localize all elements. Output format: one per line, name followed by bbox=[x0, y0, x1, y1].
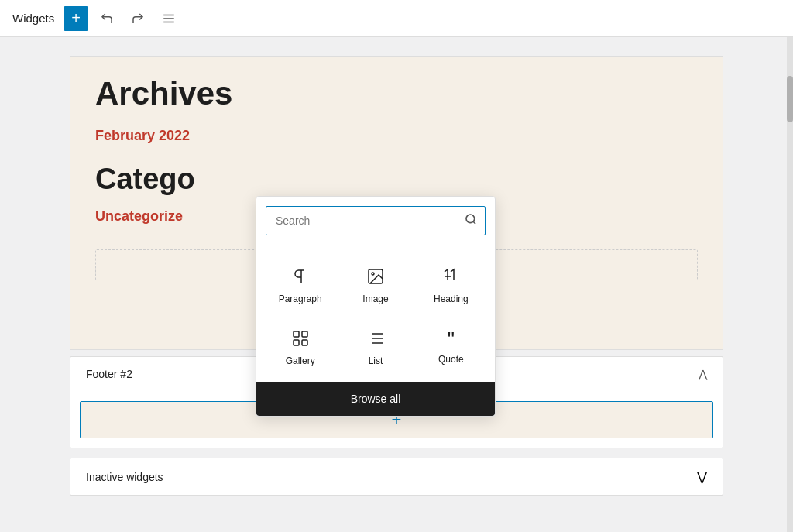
editor-area: Archives February 2022 Catego Uncategori… bbox=[0, 37, 793, 532]
block-item-heading[interactable]: Heading bbox=[417, 258, 486, 314]
main-area: Archives February 2022 Catego Uncategori… bbox=[0, 37, 793, 532]
add-block-button[interactable]: + bbox=[64, 6, 88, 31]
list-label: List bbox=[369, 355, 383, 366]
block-item-gallery[interactable]: Gallery bbox=[266, 320, 335, 376]
svg-rect-8 bbox=[302, 331, 307, 337]
footer-title: Footer #2 bbox=[86, 368, 132, 380]
scrollbar-thumb[interactable] bbox=[787, 76, 793, 122]
svg-rect-10 bbox=[302, 340, 307, 345]
undo-button[interactable] bbox=[94, 6, 119, 31]
heading-label: Heading bbox=[434, 293, 469, 304]
image-icon bbox=[366, 267, 385, 289]
toolbar: Widgets + bbox=[0, 0, 793, 37]
svg-point-3 bbox=[466, 215, 475, 223]
block-item-image[interactable]: Image bbox=[341, 258, 410, 314]
list-icon bbox=[366, 329, 385, 351]
browse-all-button[interactable]: Browse all bbox=[256, 382, 495, 416]
quote-icon: " bbox=[448, 329, 455, 349]
inactive-widgets-section: Inactive widgets ⋁ bbox=[70, 458, 723, 496]
chevron-down-icon: ⋁ bbox=[697, 469, 707, 484]
svg-rect-9 bbox=[294, 340, 299, 345]
block-item-quote[interactable]: " Quote bbox=[417, 320, 486, 376]
gallery-icon bbox=[291, 329, 310, 351]
scrollbar-track bbox=[787, 37, 793, 532]
heading-icon bbox=[441, 267, 460, 289]
list-view-button[interactable] bbox=[156, 6, 181, 31]
block-item-list[interactable]: List bbox=[341, 320, 410, 376]
categories-title: Catego bbox=[95, 163, 698, 196]
inactive-header[interactable]: Inactive widgets ⋁ bbox=[70, 458, 723, 495]
inactive-title: Inactive widgets bbox=[86, 471, 163, 483]
chevron-up-icon: ⋀ bbox=[699, 368, 707, 380]
gallery-label: Gallery bbox=[286, 355, 315, 366]
image-label: Image bbox=[362, 293, 388, 304]
block-inserter-popup: Paragraph Image bbox=[256, 196, 496, 417]
block-item-paragraph[interactable]: Paragraph bbox=[266, 258, 335, 314]
search-input[interactable] bbox=[266, 208, 457, 233]
block-grid: Paragraph Image bbox=[256, 245, 495, 382]
redo-button[interactable] bbox=[125, 6, 150, 31]
svg-line-4 bbox=[473, 221, 475, 224]
page-title: Widgets bbox=[12, 12, 54, 25]
search-button[interactable] bbox=[457, 207, 485, 235]
search-box bbox=[266, 206, 486, 235]
archives-date: February 2022 bbox=[95, 128, 698, 144]
paragraph-label: Paragraph bbox=[279, 293, 322, 304]
paragraph-icon bbox=[291, 267, 310, 289]
svg-rect-7 bbox=[294, 331, 299, 337]
archives-title: Archives bbox=[95, 75, 698, 112]
popup-search-area bbox=[256, 197, 495, 245]
quote-label: Quote bbox=[438, 354, 464, 365]
svg-point-6 bbox=[372, 273, 374, 275]
